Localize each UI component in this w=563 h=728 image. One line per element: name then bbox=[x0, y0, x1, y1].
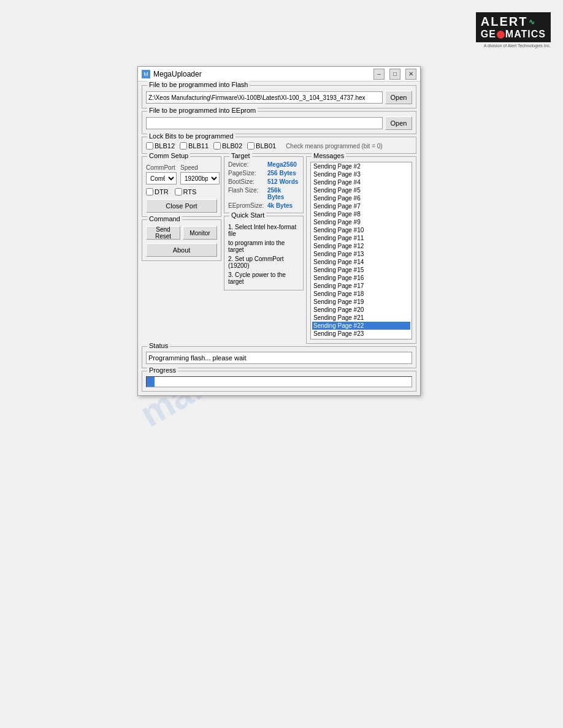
message-item[interactable]: Sending Page #2 bbox=[312, 162, 410, 170]
dtr-rts-row: DTR RTS bbox=[146, 188, 217, 195]
device-key: Device: bbox=[228, 161, 265, 168]
blb01-checkbox-item: BLB01 bbox=[247, 142, 276, 150]
blb11-checkbox[interactable] bbox=[180, 142, 187, 150]
message-item[interactable]: Sending Page #21 bbox=[312, 314, 410, 322]
eeprom-filepath-input[interactable] bbox=[146, 117, 383, 129]
qs-item-3: 2. Set up CommPort (19200) bbox=[228, 254, 299, 270]
lock-bits-group: Lock Bits to be programmed BLB12 BLB11 B… bbox=[142, 137, 416, 154]
progress-bar-fill bbox=[147, 377, 155, 387]
messages-label: Messages bbox=[312, 152, 346, 159]
window-content: File to be programmed into Flash Open Fi… bbox=[138, 82, 420, 395]
message-item[interactable]: Sending Page #16 bbox=[312, 274, 410, 282]
eeprom-size-key: EEpromSize: bbox=[228, 202, 265, 209]
target-label: Target bbox=[229, 152, 252, 159]
comm-port-col: CommPort Com6 Com1 Com2 Com3 Com4 Com5 C… bbox=[146, 164, 177, 184]
message-item[interactable]: Sending Page #8 bbox=[312, 210, 410, 218]
boot-size-key: BootSize: bbox=[228, 178, 265, 185]
dtr-label: DTR bbox=[155, 188, 169, 195]
blb02-checkbox[interactable] bbox=[213, 142, 221, 150]
status-label: Status bbox=[147, 342, 170, 349]
cmd-row2: About bbox=[146, 243, 217, 257]
device-row: Device: Mega2560 bbox=[228, 161, 299, 168]
message-item[interactable]: Sending Page #20 bbox=[312, 306, 410, 314]
rts-label: RTS bbox=[183, 188, 197, 195]
eeprom-group: File to be programmed into EEprom Open bbox=[142, 111, 416, 134]
message-item[interactable]: Sending Page #19 bbox=[312, 298, 410, 306]
message-item[interactable]: Sending Page #17 bbox=[312, 282, 410, 290]
message-item[interactable]: Sending Page #10 bbox=[312, 226, 410, 234]
eeprom-size-val: 4k Bytes bbox=[267, 202, 293, 209]
page-size-val: 256 Bytes bbox=[267, 170, 296, 176]
eeprom-open-button[interactable]: Open bbox=[385, 116, 412, 130]
message-item[interactable]: Sending Page #12 bbox=[312, 242, 410, 250]
message-item[interactable]: Sending Page #5 bbox=[312, 186, 410, 194]
messages-box: Messages Open Flash Hex FileFlash Hex Fi… bbox=[306, 156, 416, 344]
flash-size-row: Flash Size: 256k Bytes bbox=[228, 187, 299, 200]
blb02-checkbox-item: BLB02 bbox=[213, 142, 242, 150]
rts-checkbox[interactable] bbox=[175, 188, 182, 195]
window-title: MegaUploader bbox=[153, 70, 373, 78]
message-item[interactable]: Sending Page #15 bbox=[312, 266, 410, 274]
message-item[interactable]: Sending Page #13 bbox=[312, 250, 410, 258]
blb12-checkbox[interactable] bbox=[146, 142, 153, 150]
logo-geo-suffix: MATICS bbox=[505, 29, 546, 40]
title-bar[interactable]: M MegaUploader – □ ✕ bbox=[138, 67, 420, 82]
flash-size-key: Flash Size: bbox=[228, 187, 265, 194]
blb11-label: BLB11 bbox=[188, 142, 209, 150]
speed-select[interactable]: 19200bps 9600bps 38400bps 57600bps 11520… bbox=[180, 172, 220, 184]
message-item[interactable]: Sending Page #22 bbox=[312, 322, 410, 330]
target-group: Target Device: Mega2560 PageSize: 256 By… bbox=[224, 156, 304, 213]
maximize-button[interactable]: □ bbox=[389, 69, 400, 80]
messages-group: Messages Open Flash Hex FileFlash Hex Fi… bbox=[306, 156, 416, 344]
message-item[interactable]: Sending Page #4 bbox=[312, 178, 410, 186]
about-button[interactable]: About bbox=[146, 243, 217, 257]
dtr-checkbox-item: DTR bbox=[146, 188, 169, 195]
command-group: Command Send Reset Monitor About bbox=[142, 219, 221, 261]
message-item[interactable]: Sending Page #18 bbox=[312, 290, 410, 298]
message-item[interactable]: Sending Page #6 bbox=[312, 194, 410, 202]
message-item[interactable]: Sending Page #3 bbox=[312, 170, 410, 178]
message-item[interactable]: Sending Page #23 bbox=[312, 330, 410, 338]
flash-group-label: File to be programmed into Flash bbox=[147, 81, 250, 88]
comm-port-label: CommPort bbox=[146, 164, 177, 171]
minimize-button[interactable]: – bbox=[373, 69, 385, 80]
middle-row: Comm Setup CommPort Com6 Com1 Com2 Com3 … bbox=[142, 156, 416, 344]
status-group: Status bbox=[142, 346, 416, 368]
logo-geo-prefix: GE bbox=[481, 29, 496, 40]
comm-grid: CommPort Com6 Com1 Com2 Com3 Com4 Com5 C… bbox=[146, 164, 217, 184]
comm-setup-label: Comm Setup bbox=[147, 152, 190, 159]
qs-item-4: 3. Cycle power to the target bbox=[228, 270, 299, 286]
blb02-label: BLB02 bbox=[222, 142, 242, 150]
quick-start-items: 1. Select Intel hex-format file to progr… bbox=[228, 222, 299, 286]
qs-item-2: to programm into the target bbox=[228, 238, 299, 254]
page-size-row: PageSize: 256 Bytes bbox=[228, 170, 299, 176]
blb12-checkbox-item: BLB12 bbox=[146, 142, 175, 150]
eeprom-input-row: Open bbox=[146, 116, 412, 130]
comm-port-select[interactable]: Com6 Com1 Com2 Com3 Com4 Com5 Com7 Com8 bbox=[146, 172, 177, 184]
close-button[interactable]: ✕ bbox=[405, 69, 416, 80]
command-label: Command bbox=[147, 215, 182, 222]
flash-filepath-input[interactable] bbox=[146, 91, 383, 104]
flash-open-button[interactable]: Open bbox=[385, 91, 412, 104]
status-text-input bbox=[146, 352, 412, 364]
message-item[interactable]: Sending Page #9 bbox=[312, 218, 410, 226]
blb01-checkbox[interactable] bbox=[247, 142, 255, 150]
dtr-checkbox[interactable] bbox=[146, 188, 153, 195]
logo-alert: ALERT bbox=[481, 15, 528, 29]
message-item[interactable]: Sending Page #7 bbox=[312, 202, 410, 210]
monitor-button[interactable]: Monitor bbox=[183, 226, 217, 240]
lock-bits-row: BLB12 BLB11 BLB02 BLB01 Check means pr bbox=[146, 142, 412, 150]
quick-start-group: Quick Start 1. Select Intel hex-format f… bbox=[224, 216, 304, 290]
window-icon: M bbox=[142, 70, 150, 78]
message-item[interactable]: Sending Page #14 bbox=[312, 258, 410, 266]
close-port-button[interactable]: Close Port bbox=[146, 199, 217, 213]
page-background: ALERT ∿ GE MATICS A division of Alert Te… bbox=[0, 0, 563, 728]
message-item[interactable]: Sending Page #11 bbox=[312, 234, 410, 242]
title-bar-controls: – □ ✕ bbox=[373, 69, 416, 80]
flash-input-row: Open bbox=[146, 91, 412, 104]
blb01-label: BLB01 bbox=[256, 142, 276, 150]
messages-list[interactable]: Open Flash Hex FileFlash Hex File OK 207… bbox=[310, 162, 412, 339]
send-reset-button[interactable]: Send Reset bbox=[146, 226, 180, 240]
progress-label: Progress bbox=[147, 366, 178, 374]
eeprom-size-row: EEpromSize: 4k Bytes bbox=[228, 202, 299, 209]
